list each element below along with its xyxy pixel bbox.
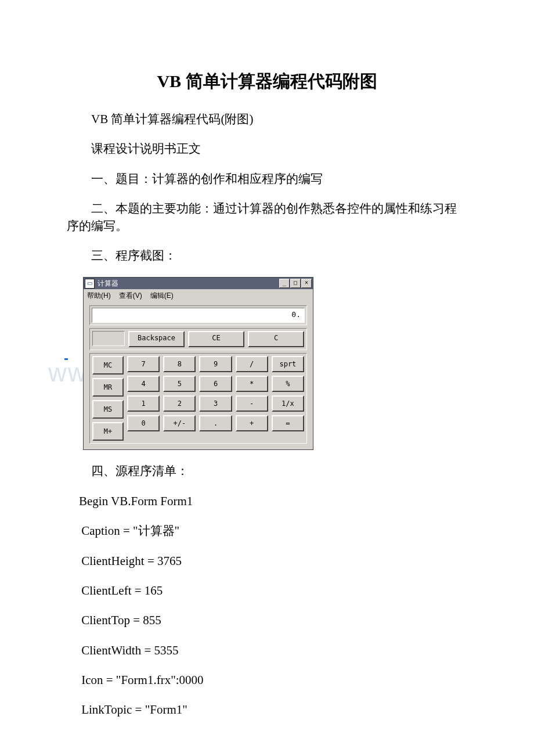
minus-button[interactable]: - [236, 395, 268, 412]
code-line-6: ClientWidth = 5355 [67, 642, 467, 659]
code-line-8: LinkTopic = "Form1" [67, 701, 467, 718]
window-titlebar: ▭ 计算器 _ □ × [84, 278, 313, 289]
memory-indicator [92, 331, 125, 346]
mplus-button[interactable]: M+ [92, 422, 124, 441]
paragraph-6: 四、源程序清单： [67, 463, 467, 480]
menubar: 帮助(H) 查看(V) 编辑(E) [84, 289, 313, 304]
menu-edit[interactable]: 编辑(E) [150, 291, 174, 301]
num-1-button[interactable]: 2 [163, 395, 196, 412]
mr-button[interactable]: MR [92, 378, 124, 397]
maximize-button[interactable]: □ [290, 279, 301, 288]
action-row: Backspace CE C [89, 328, 307, 350]
plus-button[interactable]: + [236, 415, 268, 431]
code-line-4: ClientLeft = 165 [67, 582, 467, 599]
sqrt-button[interactable]: sprt [272, 356, 304, 372]
page-title: VB 简单计算器编程代码附图 [67, 70, 467, 93]
minimize-button[interactable]: _ [279, 279, 290, 288]
num-0-button[interactable]: 0 [127, 415, 160, 431]
app-icon: ▭ [85, 279, 95, 289]
num-9-button[interactable]: 9 [199, 356, 232, 372]
backspace-button[interactable]: Backspace [128, 331, 185, 347]
window-title: 计算器 [98, 279, 279, 289]
num-5-button[interactable]: 5 [163, 376, 196, 392]
button-grid: MC MR MS M+ 7 8 9 / sprt 4 5 6 * % 1 [89, 353, 307, 444]
menu-view[interactable]: 查看(V) [119, 291, 142, 301]
decimal-button[interactable]: . [199, 415, 232, 431]
num-6-button[interactable]: 6 [199, 376, 232, 392]
percent-button[interactable]: % [272, 376, 304, 392]
code-line-5: ClientTop = 855 [67, 612, 467, 629]
paragraph-5: 三、程序截图： [67, 247, 467, 264]
ce-button[interactable]: CE [188, 331, 244, 347]
calculator-screenshot: www.bdocx.com ▭ 计算器 _ □ × 帮助(H) 查看(V) 编辑… [83, 277, 314, 450]
paragraph-3: 一、题目：计算器的创作和相应程序的编写 [67, 171, 467, 188]
code-line-1: Begin VB.Form Form1 [67, 493, 467, 510]
num-2-button[interactable]: 1 [127, 395, 160, 412]
display-frame: 0. [89, 305, 307, 325]
calculator-display: 0. [92, 308, 305, 323]
code-line-2: Caption = "计算器" [67, 523, 467, 539]
mc-button[interactable]: MC [92, 356, 124, 375]
margin-mark [64, 358, 68, 360]
equals-button[interactable]: = [272, 415, 304, 431]
c-button[interactable]: C [248, 331, 304, 347]
close-button[interactable]: × [301, 279, 312, 288]
paragraph-4: 二、本题的主要功能：通过计算器的创作熟悉各控件的属性和练习程序的编写。 [67, 200, 467, 235]
sign-button[interactable]: +/- [163, 415, 196, 431]
num-8-button[interactable]: 8 [163, 356, 196, 372]
num-4-button[interactable]: 4 [127, 376, 160, 392]
multiply-button[interactable]: * [236, 376, 268, 392]
code-line-3: ClientHeight = 3765 [67, 553, 467, 570]
num-7-button[interactable]: 7 [127, 356, 160, 372]
divide-button[interactable]: / [236, 356, 268, 372]
reciprocal-button[interactable]: 1/x [272, 395, 304, 412]
menu-help[interactable]: 帮助(H) [87, 291, 111, 301]
paragraph-1: VB 简单计算器编程代码(附图) [67, 111, 467, 128]
code-line-7: Icon = "Form1.frx":0000 [67, 672, 467, 689]
ms-button[interactable]: MS [92, 400, 124, 419]
paragraph-2: 课程设计说明书正文 [67, 141, 467, 157]
num-3-button[interactable]: 3 [199, 395, 232, 412]
